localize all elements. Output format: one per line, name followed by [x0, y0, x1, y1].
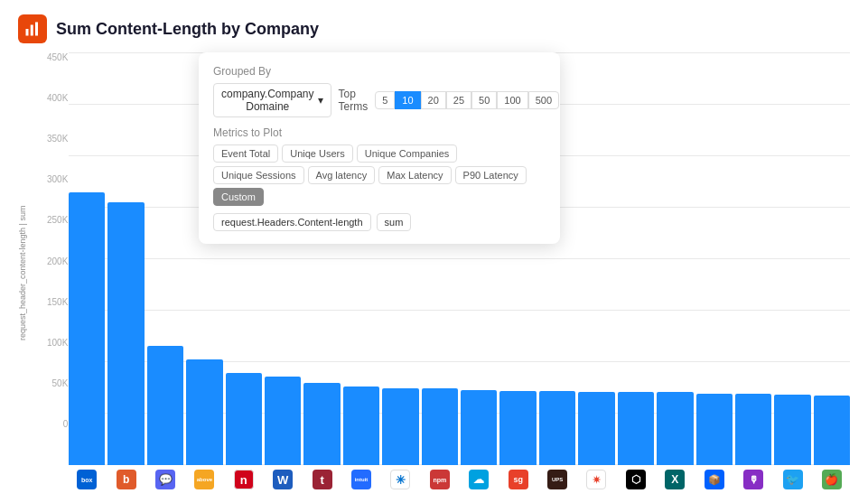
company-icon-5: W — [273, 470, 293, 489]
y-tick-250k: 250K — [47, 215, 68, 225]
bar-14[interactable] — [618, 392, 654, 465]
bar-8[interactable] — [382, 388, 418, 465]
chart-area: request_header_content-length | sum 450K… — [18, 52, 850, 494]
term-btn-25[interactable]: 25 — [446, 91, 471, 109]
company-icon-2: 💬 — [155, 470, 175, 489]
x-label-5: W — [265, 465, 301, 494]
metric-max-latency[interactable]: Max Latency — [378, 166, 451, 184]
metrics-label: Metrics to Plot — [213, 126, 546, 139]
company-icon-12: UPS — [547, 470, 567, 489]
grouped-by-row: company.Company Domaine ▾ Top Terms 5 10… — [213, 83, 546, 117]
bar-5[interactable] — [265, 377, 301, 465]
custom-field-agg: sum — [377, 213, 412, 231]
metric-p90-latency[interactable]: P90 Latency — [455, 166, 527, 184]
y-tick-350k: 350K — [47, 134, 68, 144]
svg-rect-1 — [31, 25, 33, 36]
x-label-19: 🍎 — [814, 465, 850, 494]
bar-10[interactable] — [461, 390, 497, 465]
metric-avg-latency[interactable]: Avg latency — [308, 166, 376, 184]
bar-15[interactable] — [657, 392, 693, 465]
term-btn-20[interactable]: 20 — [421, 91, 446, 109]
bar-col-12 — [539, 391, 575, 465]
term-btn-500[interactable]: 500 — [528, 91, 559, 109]
custom-fields-row: request.Headers.Content-length sum — [213, 213, 546, 231]
bar-col-8 — [382, 388, 418, 465]
bar-17[interactable] — [735, 394, 771, 465]
x-label-4: n — [226, 465, 262, 494]
bar-col-4 — [226, 373, 262, 465]
term-btn-5[interactable]: 5 — [375, 91, 395, 109]
y-tick-150k: 150K — [47, 297, 68, 307]
bar-col-2 — [147, 346, 183, 465]
bar-7[interactable] — [343, 387, 379, 465]
x-label-8: ✳ — [382, 465, 418, 494]
bar-3[interactable] — [186, 359, 222, 465]
y-axis-ticks: 450K 400K 350K 300K 250K 200K 150K 100K … — [47, 52, 68, 429]
x-label-7: intuit — [343, 465, 379, 494]
chart-icon — [18, 14, 47, 43]
x-label-9: npm — [422, 465, 458, 494]
bar-19[interactable] — [814, 396, 850, 465]
company-icon-17: 🎙 — [743, 470, 763, 489]
top-terms-label: Top Terms — [339, 88, 369, 113]
bar-11[interactable] — [499, 391, 536, 465]
company-icon-0: box — [77, 470, 97, 489]
y-tick-50k: 50K — [52, 378, 69, 388]
bar-col-7 — [343, 387, 379, 465]
bar-12[interactable] — [539, 391, 575, 465]
bar-col-3 — [186, 359, 222, 465]
company-icon-7: intuit — [351, 470, 371, 489]
x-label-14: ⬡ — [618, 465, 654, 494]
metric-event-total[interactable]: Event Total — [213, 144, 278, 163]
bar-6[interactable] — [303, 383, 340, 465]
svg-rect-0 — [26, 29, 29, 36]
y-tick-0: 0 — [63, 419, 69, 429]
x-label-10: ☁ — [461, 465, 497, 494]
grouped-by-dropdown[interactable]: company.Company Domaine ▾ — [213, 83, 331, 117]
company-icon-6: t — [313, 470, 332, 489]
company-icon-4: n — [234, 470, 254, 489]
bar-13[interactable] — [578, 392, 614, 465]
x-labels-row: boxb💬abovenWtintuit✳npm☁sgUPS✴⬡X📦🎙🐦🍎 — [69, 465, 850, 494]
company-icon-8: ✳ — [390, 470, 410, 489]
x-label-15: X — [657, 465, 693, 494]
term-buttons: 5 10 20 25 50 100 500 — [375, 91, 559, 109]
bar-18[interactable] — [774, 395, 810, 465]
bar-col-13 — [578, 392, 614, 465]
term-btn-10[interactable]: 10 — [395, 91, 420, 109]
x-label-0: box — [69, 465, 105, 494]
bar-0[interactable] — [69, 192, 105, 465]
bar-col-6 — [303, 383, 340, 465]
bar-1[interactable] — [107, 202, 144, 465]
x-label-12: UPS — [539, 465, 575, 494]
bar-2[interactable] — [147, 346, 183, 465]
bar-col-14 — [618, 392, 654, 465]
company-icon-10: ☁ — [469, 470, 489, 489]
company-icon-15: X — [665, 470, 685, 489]
term-btn-50[interactable]: 50 — [471, 91, 497, 109]
page-title: Sum Content-Length by Company — [56, 20, 319, 39]
x-label-16: 📦 — [696, 465, 733, 494]
x-label-1: b — [107, 465, 144, 494]
metric-unique-companies[interactable]: Unique Companies — [357, 144, 458, 163]
term-btn-100[interactable]: 100 — [497, 91, 527, 109]
metric-custom[interactable]: Custom — [213, 188, 264, 206]
bar-4[interactable] — [226, 373, 262, 465]
y-tick-100k: 100K — [47, 338, 68, 348]
metrics-buttons: Event Total Uniqe Users Unique Companies… — [213, 144, 546, 206]
company-icon-1: b — [117, 470, 136, 489]
company-icon-9: npm — [430, 470, 450, 489]
bar-9[interactable] — [422, 388, 458, 465]
x-label-17: 🎙 — [735, 465, 771, 494]
y-tick-200k: 200K — [47, 256, 68, 266]
grouped-by-value: company.Company Domaine — [221, 88, 314, 113]
bar-col-17 — [735, 394, 771, 465]
metric-unique-users[interactable]: Uniqe Users — [282, 144, 353, 163]
x-label-13: ✴ — [578, 465, 614, 494]
bar-col-15 — [657, 392, 693, 465]
x-label-3: above — [186, 465, 222, 494]
metric-unique-sessions[interactable]: Unique Sessions — [213, 166, 304, 184]
bar-16[interactable] — [696, 394, 733, 465]
main-container: Sum Content-Length by Company request_he… — [0, 0, 868, 503]
company-icon-11: sg — [509, 470, 528, 489]
